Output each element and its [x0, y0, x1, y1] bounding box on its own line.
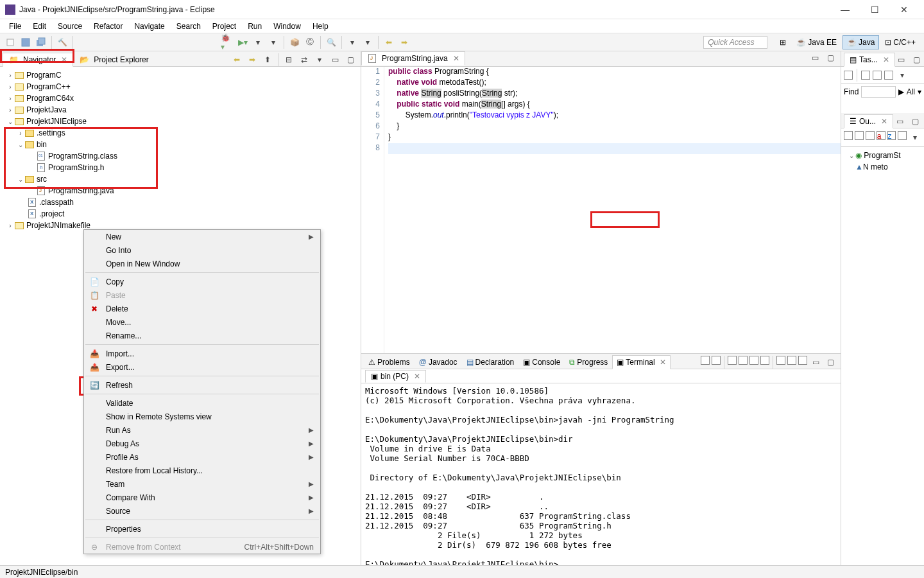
back-icon[interactable]: ⬅: [230, 53, 243, 66]
menu-icon[interactable]: ▾: [909, 131, 921, 144]
quick-access-input[interactable]: Quick Access: [703, 36, 767, 49]
outline-tree[interactable]: ⌄◉ ProgramSt ▲N meto: [841, 147, 924, 175]
find-input[interactable]: [861, 86, 895, 98]
outline-tb-icon[interactable]: [898, 131, 907, 140]
tab-terminal[interactable]: ▣Terminal✕: [612, 355, 670, 369]
new-class-icon[interactable]: Ⓒ: [304, 36, 316, 49]
build-icon[interactable]: 🔨: [56, 36, 69, 49]
ctx-run-as[interactable]: Run As▶: [84, 423, 320, 437]
maximize-view-icon[interactable]: ▢: [911, 53, 923, 66]
new-package-icon[interactable]: 📦: [288, 36, 301, 49]
debug-icon[interactable]: 🐞▾: [221, 36, 234, 49]
outline-item-class[interactable]: ⌄◉ ProgramSt: [844, 150, 921, 161]
minimize-view-icon[interactable]: ▭: [809, 356, 822, 369]
menu-search[interactable]: Search: [171, 21, 206, 32]
ctx-refresh[interactable]: 🔄Refresh: [84, 378, 320, 392]
maximize-view-icon[interactable]: ▢: [824, 356, 837, 369]
outline-tb-icon[interactable]: [844, 131, 853, 140]
ctx-delete[interactable]: ✖Delete: [84, 302, 320, 315]
ctx-open-new-window[interactable]: Open in New Window: [84, 257, 320, 270]
ctx-import[interactable]: 📥Import...: [84, 347, 320, 360]
perspective-cpp[interactable]: ⊡C/C++: [880, 35, 920, 49]
menu-project[interactable]: Project: [207, 21, 241, 32]
tree-item-projektjnieclipse[interactable]: ⌄ProjektJNIEclipse: [0, 116, 361, 127]
ctx-properties[interactable]: Properties: [84, 522, 320, 536]
perspective-javaee[interactable]: ☕Java EE: [792, 35, 841, 49]
coverage-icon[interactable]: ▾: [252, 36, 264, 49]
back-icon[interactable]: ⬅: [382, 36, 395, 49]
tb-icon[interactable]: [728, 356, 737, 365]
tab-problems[interactable]: ⚠Problems: [364, 355, 415, 369]
close-icon[interactable]: ✕: [453, 54, 459, 63]
ctx-go-into[interactable]: Go Into: [84, 243, 320, 257]
maximize-view-icon[interactable]: ▢: [344, 53, 357, 66]
menu-file[interactable]: File: [4, 21, 26, 32]
perspective-java[interactable]: ☕Java: [843, 35, 879, 49]
editor-tab-programstring[interactable]: ProgramString.java ✕: [361, 51, 465, 66]
all-label[interactable]: All: [907, 87, 915, 96]
maximize-view-icon[interactable]: ▢: [824, 51, 837, 64]
tree-item-programcpp[interactable]: ›ProgramC++: [0, 81, 361, 92]
tree-item-programc64x[interactable]: ›ProgramC64x: [0, 92, 361, 104]
tb-icon[interactable]: [760, 356, 769, 365]
tb-icon[interactable]: [798, 356, 807, 365]
tree-item-src[interactable]: ⌄src: [0, 173, 361, 185]
ctx-show-remote[interactable]: Show in Remote Systems view: [84, 410, 320, 423]
open-task-icon[interactable]: ▾: [361, 36, 374, 49]
ctx-export[interactable]: 📤Export...: [84, 360, 320, 374]
minimize-view-icon[interactable]: ▭: [893, 115, 906, 128]
close-icon[interactable]: ✕: [61, 55, 67, 64]
menu-icon[interactable]: ▾: [313, 53, 326, 66]
tab-navigator[interactable]: 📁 Navigator ✕: [3, 53, 73, 67]
menu-icon[interactable]: ▾: [896, 69, 909, 82]
task-tb-icon[interactable]: [873, 71, 882, 80]
save-icon[interactable]: [19, 36, 32, 49]
outline-tb-icon[interactable]: a: [877, 131, 886, 140]
terminal-subtab-bin[interactable]: ▣ bin (PC) ✕: [365, 370, 426, 383]
menu-refactor[interactable]: Refactor: [89, 21, 128, 32]
ctx-new[interactable]: New▶: [84, 230, 320, 243]
tree-item-classpath[interactable]: .classpath: [0, 197, 361, 208]
minimize-view-icon[interactable]: ▭: [329, 53, 341, 66]
tb-icon[interactable]: [739, 356, 748, 365]
task-tb-icon[interactable]: [884, 71, 893, 80]
tree-item-project[interactable]: .project: [0, 208, 361, 220]
tree-item-projektjava[interactable]: ›ProjektJava: [0, 104, 361, 116]
task-tb-icon[interactable]: [861, 71, 870, 80]
tree-item-programstring-h[interactable]: ProgramString.h: [0, 162, 361, 173]
forward-icon[interactable]: ➡: [246, 53, 259, 66]
up-icon[interactable]: ⬆: [261, 53, 274, 66]
maximize-view-icon[interactable]: ▢: [909, 115, 921, 128]
run-icon[interactable]: ▶▾: [236, 36, 249, 49]
tree-item-programstring-class[interactable]: ProgramString.class: [0, 150, 361, 162]
outline-tb-icon[interactable]: [855, 131, 864, 140]
save-all-icon[interactable]: [35, 36, 47, 49]
tab-declaration[interactable]: ▤Declaration: [462, 355, 519, 369]
code-area[interactable]: public class ProgramString { native void…: [384, 67, 841, 353]
terminal-output[interactable]: Microsoft Windows [Version 10.0.10586] (…: [361, 383, 841, 565]
task-tb-icon[interactable]: [844, 71, 853, 80]
search-icon[interactable]: 🔍: [325, 36, 338, 49]
tb-icon[interactable]: [749, 356, 758, 365]
open-perspective-btn[interactable]: ⊞: [775, 35, 791, 49]
tree-item-programc[interactable]: ›ProgramC: [0, 69, 361, 81]
link-editor-icon[interactable]: ⇄: [298, 53, 311, 66]
tree-item-programstring-java[interactable]: ProgramString.java: [0, 185, 361, 197]
minimize-view-icon[interactable]: ▭: [809, 51, 821, 64]
close-icon[interactable]: ✕: [414, 372, 420, 381]
tree-item-settings[interactable]: ›.settings: [0, 127, 361, 139]
tab-outline[interactable]: ☰ Ou...✕: [844, 114, 893, 128]
close-icon[interactable]: ✕: [660, 358, 666, 367]
menu-edit[interactable]: Edit: [28, 21, 51, 32]
tb-icon[interactable]: [787, 356, 796, 365]
outline-tb-icon[interactable]: [866, 131, 875, 140]
ctx-rename[interactable]: Rename...: [84, 329, 320, 342]
minimize-view-icon[interactable]: ▭: [895, 53, 908, 66]
ctx-profile-as[interactable]: Profile As▶: [84, 450, 320, 464]
tab-project-explorer[interactable]: 📂 Project Explorer: [73, 52, 154, 66]
tb-icon[interactable]: [701, 356, 710, 365]
editor-body[interactable]: 12345678 public class ProgramString { na…: [361, 67, 841, 353]
menu-navigate[interactable]: Navigate: [129, 21, 169, 32]
ctx-restore-history[interactable]: Restore from Local History...: [84, 464, 320, 477]
ctx-compare-with[interactable]: Compare With▶: [84, 491, 320, 504]
